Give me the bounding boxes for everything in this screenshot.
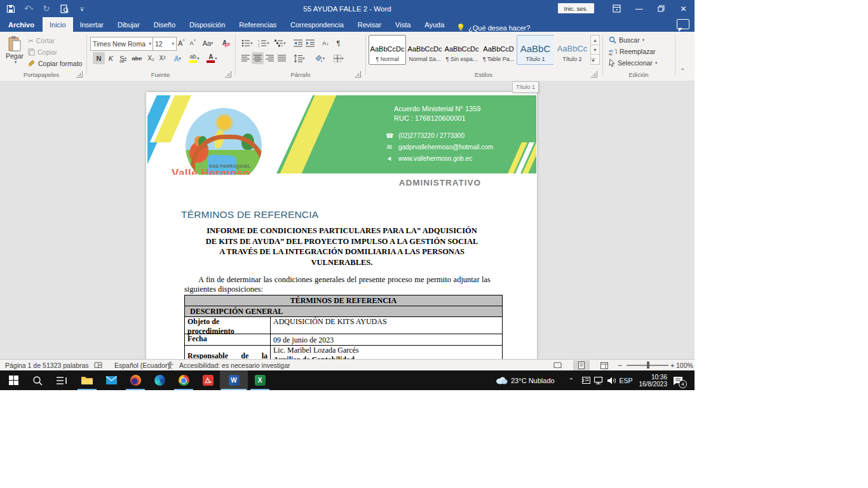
- language-indicator[interactable]: Español (Ecuador): [114, 360, 170, 371]
- styles-dialog-launcher[interactable]: [591, 71, 597, 78]
- multilevel-list-button[interactable]: ▾: [273, 37, 288, 49]
- tab-correspondencia[interactable]: Correspondencia: [283, 17, 351, 32]
- close-button[interactable]: ✕: [672, 0, 695, 17]
- shrink-font-button[interactable]: A˅: [187, 37, 199, 49]
- tray-icon[interactable]: [580, 370, 592, 390]
- change-case-button[interactable]: Aa▾: [200, 37, 216, 49]
- sign-in-button[interactable]: Inic. ses.: [558, 3, 595, 13]
- subscript-button[interactable]: X₂: [145, 52, 157, 64]
- document-page[interactable]: Acuerdo Ministerial N° 1359 RUC : 176812…: [146, 92, 537, 359]
- decrease-indent-button[interactable]: [292, 37, 304, 49]
- taskbar-excel-button[interactable]: X: [248, 370, 272, 390]
- copy-button[interactable]: Copiar: [28, 48, 57, 56]
- tab-vista[interactable]: Vista: [388, 17, 417, 32]
- start-button[interactable]: [1, 370, 25, 390]
- tab-disposicion[interactable]: Disposición: [182, 17, 232, 32]
- format-painter-button[interactable]: Copiar formato: [28, 60, 82, 67]
- align-right-button[interactable]: [264, 52, 276, 64]
- line-spacing-button[interactable]: ▾: [291, 52, 308, 64]
- clear-formatting-button[interactable]: A: [219, 37, 231, 49]
- font-color-button[interactable]: A▾: [206, 52, 218, 64]
- proofing-icon[interactable]: [94, 360, 102, 371]
- text-effects-button[interactable]: A▾: [172, 52, 184, 64]
- align-center-button[interactable]: [252, 52, 264, 64]
- style-table-paragraph[interactable]: AaBbCcD ¶ Table Pa...: [480, 35, 517, 65]
- restore-button[interactable]: [650, 0, 672, 17]
- strikethrough-button[interactable]: abe: [131, 52, 143, 64]
- word-count[interactable]: 1323 palabras: [46, 360, 89, 371]
- paste-button[interactable]: Pegar ▾: [4, 36, 25, 65]
- taskbar-search-button[interactable]: [25, 370, 50, 390]
- select-button[interactable]: Seleccionar▾: [609, 59, 657, 67]
- accessibility-icon[interactable]: [166, 360, 174, 371]
- taskbar-acrobat-button[interactable]: [196, 370, 220, 390]
- zoom-slider-handle[interactable]: [647, 362, 649, 369]
- tab-referencias[interactable]: Referencias: [232, 17, 283, 32]
- tell-me-box[interactable]: 💡 ¿Qué desea hacer?: [451, 24, 535, 32]
- tab-ayuda[interactable]: Ayuda: [417, 17, 451, 32]
- taskbar-chrome-button[interactable]: [172, 370, 196, 390]
- font-dialog-launcher[interactable]: [225, 71, 231, 78]
- bold-button[interactable]: N: [93, 52, 105, 64]
- weather-icon[interactable]: [493, 370, 510, 390]
- read-mode-icon[interactable]: [549, 360, 566, 370]
- zoom-level[interactable]: 100%: [676, 360, 693, 371]
- replace-button[interactable]: abac Reemplazar: [609, 48, 656, 55]
- network-icon[interactable]: [593, 370, 605, 390]
- collapse-ribbon-icon[interactable]: ⌃: [680, 67, 685, 74]
- ribbon-display-options-icon[interactable]: [606, 0, 628, 17]
- zoom-in-icon[interactable]: +: [670, 360, 674, 371]
- volume-icon[interactable]: [606, 370, 617, 390]
- font-name-combo[interactable]: Times New Roma▾: [90, 37, 154, 51]
- style-sin-espaciado[interactable]: AaBbCcDc ¶ Sin espa...: [443, 35, 480, 65]
- zoom-out-icon[interactable]: −: [618, 360, 622, 371]
- action-center-button[interactable]: 4: [668, 370, 688, 390]
- styles-more-icon[interactable]: —▼: [590, 54, 600, 65]
- grow-font-button[interactable]: A˄: [175, 37, 187, 49]
- taskbar-edge-button[interactable]: [147, 370, 172, 390]
- align-left-button[interactable]: [240, 52, 252, 64]
- comments-icon[interactable]: [677, 19, 689, 29]
- style-titulo-2[interactable]: AaBbCc Título 2: [553, 35, 591, 65]
- borders-button[interactable]: ▾: [330, 52, 347, 64]
- style-normal[interactable]: AaBbCcDc ¶ Normal: [369, 35, 406, 65]
- style-normal-sa[interactable]: AaBbCcDc Normal Sa...: [406, 35, 444, 65]
- page-indicator[interactable]: Página 1 de 5: [5, 360, 46, 371]
- justify-button[interactable]: [276, 52, 288, 64]
- show-marks-button[interactable]: ¶: [332, 37, 344, 49]
- numbering-button[interactable]: 123▾: [256, 37, 271, 49]
- paragraph-dialog-launcher[interactable]: [355, 71, 361, 78]
- taskbar-firefox-button[interactable]: [123, 370, 147, 390]
- tray-chevron-icon[interactable]: ⌃: [566, 370, 577, 390]
- italic-button[interactable]: K: [105, 52, 117, 64]
- find-button[interactable]: Buscar▾: [609, 36, 644, 44]
- clipboard-dialog-launcher[interactable]: [76, 71, 83, 78]
- taskbar-mail-button[interactable]: [99, 370, 123, 390]
- web-layout-icon[interactable]: [596, 360, 613, 370]
- document-area[interactable]: Título 1 Acuerdo Ministerial N° 1359 RUC…: [0, 81, 695, 359]
- tab-inicio[interactable]: Inicio: [43, 17, 73, 32]
- print-layout-icon[interactable]: [573, 360, 590, 370]
- weather-text[interactable]: 23°C Nublado: [511, 370, 562, 390]
- superscript-button[interactable]: X²: [156, 52, 168, 64]
- highlight-button[interactable]: ab▾: [188, 52, 200, 64]
- sort-button[interactable]: A↓: [320, 37, 332, 49]
- minimize-button[interactable]: —: [628, 0, 650, 17]
- taskbar-explorer-button[interactable]: [75, 370, 99, 390]
- shading-button[interactable]: ▾: [311, 52, 328, 64]
- increase-indent-button[interactable]: [304, 37, 316, 49]
- tab-revisar[interactable]: Revisar: [351, 17, 388, 32]
- tab-dibujar[interactable]: Dibujar: [111, 17, 147, 32]
- font-size-combo[interactable]: 12▾: [153, 37, 177, 51]
- cut-button[interactable]: ✂ Cortar: [28, 37, 55, 44]
- bullets-button[interactable]: ▾: [240, 37, 255, 49]
- tab-diseno[interactable]: Diseño: [147, 17, 182, 32]
- underline-button[interactable]: S▾: [117, 52, 129, 64]
- language-tray[interactable]: ESP: [617, 370, 635, 390]
- tab-insertar[interactable]: Insertar: [73, 17, 111, 32]
- clock[interactable]: 10:36 16/8/2023: [637, 370, 667, 390]
- task-view-button[interactable]: [50, 370, 74, 390]
- accessibility-status[interactable]: Accesibilidad: es necesario investigar: [179, 360, 290, 371]
- style-titulo-1[interactable]: AaBbC Título 1: [517, 35, 554, 65]
- taskbar-word-button[interactable]: W: [220, 370, 248, 390]
